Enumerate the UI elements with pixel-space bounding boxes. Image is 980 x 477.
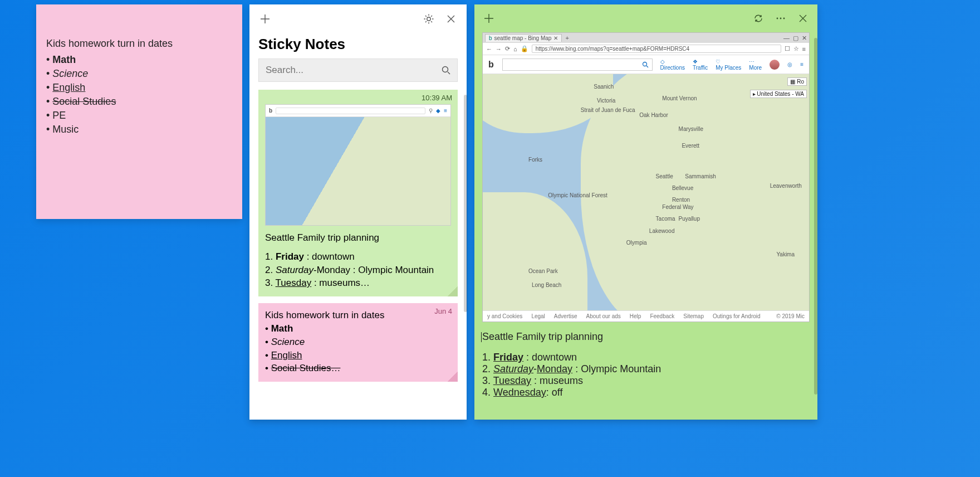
- map-place-label: Yakima: [776, 251, 795, 257]
- note-title: Seattle Family trip planning: [482, 331, 603, 342]
- home-icon[interactable]: ⌂: [513, 46, 517, 52]
- footer-link[interactable]: y and Cookies: [487, 313, 522, 319]
- svg-point-3: [780, 18, 782, 20]
- favorite-icon[interactable]: ☆: [793, 45, 799, 52]
- sync-button[interactable]: [747, 7, 770, 30]
- search-input[interactable]: [266, 65, 442, 76]
- green-sticky-note-window: bseattle map - Bing Map✕ + — ▢ ✕ ← → ⟳ ⌂…: [474, 4, 817, 420]
- search-icon: [642, 61, 649, 68]
- map-place-label: Federal Way: [662, 204, 693, 210]
- gear-icon: [423, 13, 434, 25]
- search-box[interactable]: [258, 59, 458, 82]
- footer-link[interactable]: Advertise: [554, 313, 577, 319]
- map-place-label: Leavenworth: [770, 183, 802, 189]
- list-item: Science: [271, 337, 305, 347]
- toolbar-myplaces[interactable]: ♡My Places: [716, 59, 741, 71]
- map-place-label: Tacoma: [656, 216, 675, 222]
- map-place-label: Mount Vernon: [662, 95, 697, 101]
- notes-list: 10:39 AM b⚲◆≡ Seattle Family trip planni…: [249, 90, 467, 420]
- embedded-browser: bseattle map - Bing Map✕ + — ▢ ✕ ← → ⟳ ⌂…: [482, 32, 810, 322]
- reading-icon[interactable]: ☐: [785, 45, 790, 52]
- map-layer-badge[interactable]: ▦ Ro: [787, 77, 807, 86]
- settings-button[interactable]: [418, 8, 440, 30]
- note-timestamp: 10:39 AM: [422, 93, 452, 103]
- note-line: 1. Friday : downtown: [482, 352, 810, 363]
- copyright: © 2019 Mic: [776, 313, 805, 319]
- close-button[interactable]: [440, 8, 462, 30]
- toolbar-more[interactable]: ⋯More: [749, 59, 762, 71]
- titlebar: [249, 4, 467, 33]
- note-title: Kids homework turn in dates: [46, 38, 232, 50]
- note-line: 4. Wednesday: off: [482, 387, 810, 398]
- svg-point-4: [783, 18, 785, 20]
- note-line: 3. Tuesday : museums: [482, 375, 810, 387]
- map-place-label: Sammamish: [685, 173, 716, 179]
- new-note-button[interactable]: [478, 7, 500, 30]
- close-icon: [447, 14, 455, 23]
- map-place-label: Seattle: [656, 173, 673, 179]
- map-place-label: Bellevue: [672, 185, 693, 191]
- svg-point-5: [643, 62, 646, 66]
- plus-icon: [260, 14, 270, 24]
- new-note-button[interactable]: [254, 8, 276, 30]
- footer-link[interactable]: Legal: [531, 313, 545, 319]
- map-canvas[interactable]: ▦ Ro ▸ United States - WA SaanichVictori…: [483, 74, 809, 310]
- footer-link[interactable]: Feedback: [650, 313, 674, 319]
- footer-link[interactable]: Help: [630, 313, 641, 319]
- map-place-label: Puyallup: [679, 216, 700, 222]
- maximize-icon[interactable]: ▢: [793, 35, 798, 42]
- tab-close-icon[interactable]: ✕: [553, 35, 558, 41]
- note-card-title: Seattle Family trip planning: [265, 231, 451, 245]
- map-footer: y and Cookies Legal Advertise About our …: [483, 310, 809, 322]
- scrollbar[interactable]: [814, 38, 817, 395]
- list-item: Social Studies: [52, 96, 116, 107]
- footer-link[interactable]: Sitemap: [683, 313, 704, 319]
- toolbar-directions[interactable]: ◇Directions: [660, 59, 685, 71]
- footer-link[interactable]: Outings for Android: [713, 313, 761, 319]
- avatar-icon[interactable]: [770, 60, 780, 70]
- map-place-label: Olympic National Forest: [548, 192, 607, 198]
- rewards-icon[interactable]: ◎: [787, 61, 792, 67]
- map-region-badge[interactable]: ▸ United States - WA: [750, 90, 807, 98]
- note-line: 2. Saturday-Monday : Olympic Mountain: [265, 264, 451, 277]
- more-button[interactable]: [770, 7, 792, 30]
- back-icon[interactable]: ←: [486, 46, 492, 52]
- forward-icon[interactable]: →: [496, 46, 502, 52]
- minimize-icon[interactable]: —: [783, 35, 790, 41]
- svg-point-0: [427, 17, 430, 21]
- list-item: Music: [52, 124, 79, 135]
- bing-logo-icon: b: [488, 60, 494, 70]
- note-body[interactable]: bseattle map - Bing Map✕ + — ▢ ✕ ← → ⟳ ⌂…: [474, 32, 817, 420]
- note-line: 2. Saturday-Monday : Olympic Mountain: [482, 363, 810, 375]
- map-place-label: Everett: [682, 143, 699, 149]
- pink-sticky-note[interactable]: Kids homework turn in dates Math Science…: [36, 4, 242, 219]
- close-button[interactable]: [792, 7, 814, 30]
- footer-link[interactable]: About our ads: [586, 313, 621, 319]
- note-line: 3. Tuesday : museums…: [265, 276, 451, 290]
- refresh-icon[interactable]: ⟳: [505, 45, 510, 52]
- list-item: Math: [52, 54, 76, 65]
- new-tab-button[interactable]: +: [565, 35, 569, 41]
- note-card-homework[interactable]: Jun 4 Kids homework turn in dates Math S…: [258, 303, 458, 382]
- close-icon[interactable]: ✕: [802, 35, 807, 42]
- search-icon: [442, 66, 450, 75]
- bing-search-input[interactable]: [502, 59, 653, 71]
- favorites-list-icon[interactable]: ≡: [802, 46, 806, 52]
- map-place-label: Marysville: [679, 126, 703, 132]
- note-card-title: Kids homework turn in dates: [265, 309, 451, 322]
- scrollbar[interactable]: [464, 95, 467, 312]
- svg-point-2: [777, 18, 778, 20]
- list-item: Science: [52, 68, 88, 79]
- list-item: Social Studies…: [271, 363, 341, 373]
- map-thumbnail: b⚲◆≡: [265, 104, 451, 226]
- note-timestamp: Jun 4: [434, 306, 452, 317]
- close-icon: [798, 14, 807, 23]
- browser-tab[interactable]: bseattle map - Bing Map✕: [485, 34, 562, 42]
- map-place-label: Olympia: [626, 240, 647, 246]
- note-card-seattle[interactable]: 10:39 AM b⚲◆≡ Seattle Family trip planni…: [258, 90, 458, 296]
- toolbar-traffic[interactable]: ❖Traffic: [693, 59, 708, 71]
- address-bar[interactable]: https://www.bing.com/maps?q=seattle+map&…: [532, 45, 781, 53]
- hamburger-icon[interactable]: ≡: [800, 61, 803, 67]
- ellipsis-icon: [776, 17, 786, 20]
- corner-fold-icon: [448, 286, 458, 296]
